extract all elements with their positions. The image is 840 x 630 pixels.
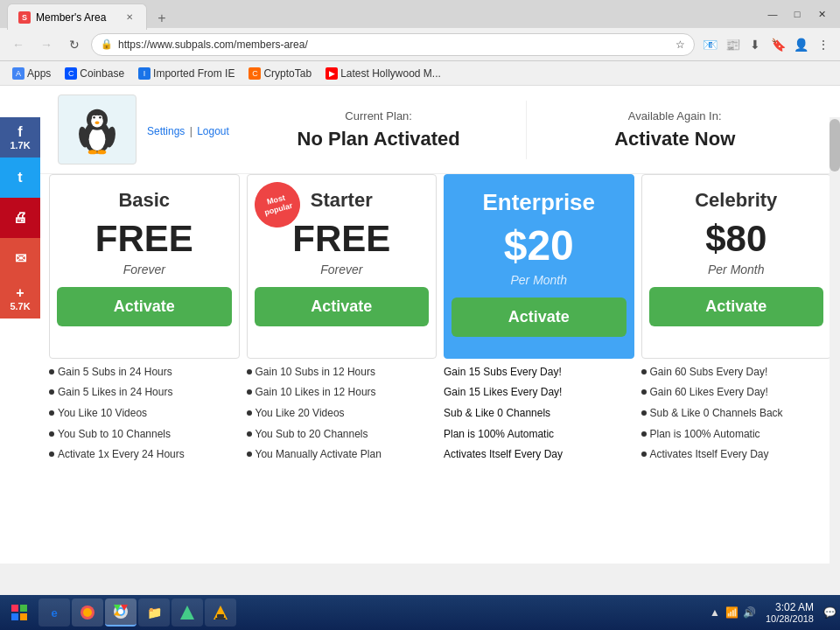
back-button[interactable]: ← [7, 33, 30, 56]
enterprise-plan-period: Per Month [452, 273, 626, 287]
bookmark-cryptotab[interactable]: C CryptoTab [243, 66, 317, 81]
maximize-button[interactable]: □ [786, 5, 808, 23]
extensions-icon[interactable]: 📧 [700, 35, 719, 54]
social-sidebar: f 1.7K t 🖨 ✉ + 5.7K [0, 117, 40, 318]
vlc-icon [212, 604, 229, 621]
bullet-icon [641, 410, 647, 416]
enterprise-plan-title: Enterprise [452, 189, 626, 216]
forward-button[interactable]: → [35, 33, 58, 56]
profile-image [58, 94, 136, 164]
pinterest-share-button[interactable]: 🖨 [0, 198, 40, 238]
list-item: You Like 20 Videos [247, 407, 438, 421]
plus-share-button[interactable]: + 5.7K [0, 278, 40, 318]
taskbar-apps: e 📁 [38, 598, 236, 626]
ie-favicon: I [138, 67, 150, 80]
activate-now-text: Activate Now [562, 128, 788, 150]
starter-plan-card: Most popular Starter FREE Forever Activa… [247, 174, 438, 359]
logout-link[interactable]: Logout [197, 125, 229, 137]
starter-feature-2: Gain 10 Likes in 12 Hours [256, 386, 376, 400]
windows-logo [10, 604, 28, 621]
svg-rect-13 [11, 605, 18, 612]
list-item: Sub & Like 0 Channels [444, 407, 634, 421]
title-bar: S Member's Area ✕ + — □ ✕ [0, 0, 840, 28]
celebrity-activate-button[interactable]: Activate [649, 287, 824, 326]
svg-point-1 [89, 128, 106, 150]
minimize-button[interactable]: — [761, 5, 784, 23]
scrollbar-thumb[interactable] [830, 119, 840, 172]
svg-point-8 [94, 122, 99, 124]
tab-favicon: S [18, 11, 31, 24]
star-icon[interactable]: ☆ [676, 38, 685, 51]
bookmark-ie[interactable]: I Imported From IE [133, 66, 240, 81]
window-controls: — □ ✕ [761, 5, 833, 23]
close-button[interactable]: ✕ [810, 5, 833, 23]
new-tab-button[interactable]: + [150, 7, 173, 30]
enterprise-feature-4: Plan is 100% Automatic [444, 428, 554, 442]
enterprise-plan-price: $20 [452, 223, 626, 270]
taskbar-chrome[interactable] [105, 598, 136, 626]
svg-rect-15 [11, 613, 18, 620]
basic-activate-button[interactable]: Activate [57, 287, 232, 326]
more-icon[interactable]: ⋮ [814, 35, 833, 54]
taskbar-firefox[interactable] [72, 598, 103, 626]
bookmark-hollywood[interactable]: ▶ Latest Hollywood M... [320, 66, 446, 81]
address-bar[interactable]: 🔒 https://www.subpals.com/members-area/ … [91, 33, 695, 56]
clock[interactable]: 3:02 AM 10/28/2018 [760, 601, 819, 624]
taskbar-ie[interactable]: e [38, 598, 70, 626]
settings-link[interactable]: Settings [147, 125, 185, 137]
svg-point-7 [99, 116, 102, 119]
svg-marker-22 [180, 606, 194, 620]
email-icon: ✉ [15, 250, 26, 267]
profile-icon[interactable]: 👤 [791, 35, 810, 54]
taskbar-vlc[interactable] [205, 598, 236, 626]
nav-icons: 📧 📰 ⬇ 🔖 👤 ⋮ [700, 35, 833, 54]
user-links: Settings | Logout [145, 125, 231, 137]
bullet-icon [49, 369, 54, 374]
list-item: Gain 60 Subs Every Day! [641, 366, 832, 380]
lock-icon: 🔒 [101, 38, 113, 50]
start-button[interactable] [4, 598, 35, 626]
tray-network[interactable]: 📶 [725, 606, 739, 620]
basic-features-col: Gain 5 Subs in 24 Hours Gain 5 Likes in … [49, 366, 240, 469]
bookmark-coinbase[interactable]: C Coinbase [60, 66, 130, 81]
scrollbar[interactable] [830, 117, 840, 595]
basic-plan-period: Forever [57, 262, 232, 276]
tab-bar: S Member's Area ✕ + [7, 0, 758, 30]
apps-favicon: A [12, 67, 24, 80]
tray-speaker[interactable]: 🔊 [743, 606, 757, 620]
enterprise-activate-button[interactable]: Activate [452, 298, 626, 337]
starter-activate-button[interactable]: Activate [255, 287, 430, 326]
svg-point-18 [83, 608, 92, 617]
popular-badge-text: Most popular [249, 177, 305, 233]
svg-rect-16 [20, 613, 27, 620]
celebrity-feature-1: Gain 60 Subs Every Day! [650, 366, 768, 380]
bullet-icon [247, 410, 252, 416]
bullet-icon [49, 452, 54, 457]
bullet-icon [641, 431, 647, 437]
refresh-button[interactable]: ↻ [63, 33, 86, 56]
firefox-icon [79, 604, 96, 621]
taskbar-folder[interactable]: 📁 [138, 598, 170, 626]
notifications-icon[interactable]: 💬 [822, 606, 836, 620]
list-item: Plan is 100% Automatic [444, 428, 634, 442]
bookmark-apps[interactable]: A Apps [7, 66, 56, 81]
list-item: Gain 60 Likes Every Day! [641, 386, 832, 400]
rss-icon[interactable]: 📰 [723, 35, 742, 54]
twitter-share-button[interactable]: t [0, 158, 40, 198]
tab-close-button[interactable]: ✕ [123, 11, 136, 24]
bullet-icon [49, 410, 54, 416]
enterprise-feature-5: Activates Itself Every Day [444, 448, 563, 462]
email-share-button[interactable]: ✉ [0, 238, 40, 278]
system-tray: ▲ 📶 🔊 [708, 606, 757, 620]
facebook-share-button[interactable]: f 1.7K [0, 117, 40, 158]
list-item: Gain 10 Likes in 12 Hours [247, 386, 438, 400]
enterprise-feature-3: Sub & Like 0 Channels [444, 407, 550, 421]
green-app-icon [178, 604, 196, 621]
download-icon[interactable]: ⬇ [746, 35, 765, 54]
no-plan-activated: No Plan Activated [266, 128, 492, 150]
available-section: Available Again In: Activate Now [526, 101, 822, 159]
taskbar-green[interactable] [172, 598, 203, 626]
bookmark-icon[interactable]: 🔖 [768, 35, 788, 54]
tray-arrow[interactable]: ▲ [708, 606, 722, 620]
active-tab[interactable]: S Member's Area ✕ [7, 4, 147, 30]
